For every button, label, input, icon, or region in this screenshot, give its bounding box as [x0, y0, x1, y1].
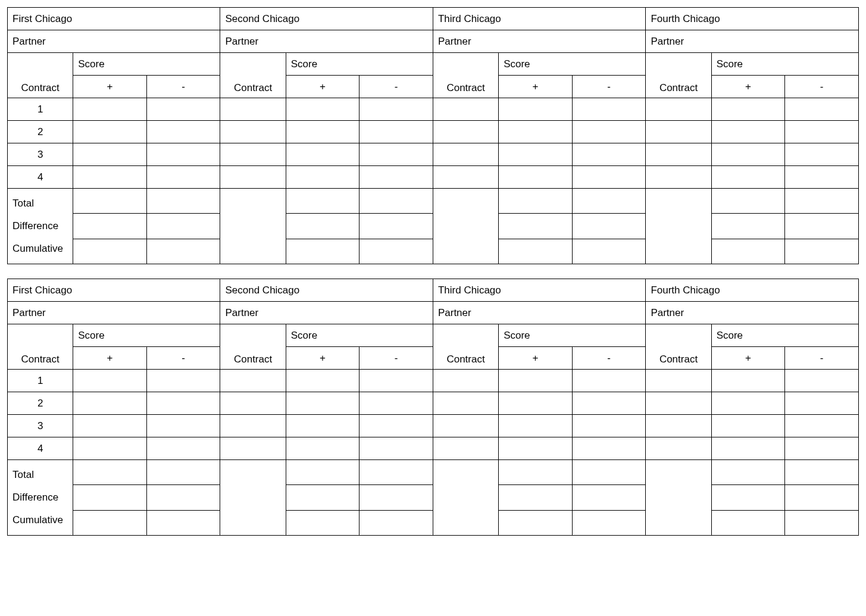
- contract-number-cell: [220, 370, 286, 392]
- contract-number-cell: 3: [8, 143, 73, 166]
- contract-number-cell: 3: [8, 415, 73, 437]
- contract-number-cell: [646, 415, 711, 437]
- score-block: First ChicagoSecond ChicagoThird Chicago…: [7, 7, 859, 264]
- summary-blank-cell: [220, 460, 286, 536]
- score-minus-cell: [359, 121, 433, 143]
- difference-plus-cell: [286, 485, 359, 510]
- chicago-score-table: First ChicagoSecond ChicagoThird Chicago…: [7, 279, 859, 536]
- score-header: Score: [73, 53, 220, 76]
- score-plus-cell: [499, 437, 573, 460]
- score-minus-cell: [146, 392, 220, 415]
- contract-number-cell: 2: [8, 121, 73, 143]
- score-plus-cell: [73, 143, 147, 166]
- score-plus-cell: [711, 98, 785, 121]
- panel-title: First Chicago: [8, 279, 220, 302]
- score-plus-cell: [286, 166, 359, 189]
- contract-number-cell: [433, 392, 498, 415]
- score-header: Score: [286, 324, 433, 347]
- difference-plus-cell: [499, 485, 573, 510]
- contract-number-cell: [220, 415, 286, 437]
- score-plus-cell: [73, 392, 147, 415]
- contract-number-cell: [646, 392, 711, 415]
- total-minus-cell: [146, 460, 220, 485]
- cumulative-plus-cell: [711, 510, 785, 535]
- total-plus-cell: [286, 189, 359, 214]
- score-minus-cell: [146, 437, 220, 460]
- contract-number-cell: [433, 370, 498, 392]
- plus-header: +: [73, 347, 147, 370]
- contract-number-cell: 1: [8, 98, 73, 121]
- cumulative-plus-cell: [73, 510, 147, 535]
- cumulative-minus-cell: [785, 510, 859, 535]
- contract-header: Contract: [220, 53, 286, 98]
- score-plus-cell: [73, 415, 147, 437]
- difference-plus-cell: [711, 214, 785, 239]
- difference-plus-cell: [286, 214, 359, 239]
- cumulative-minus-cell: [146, 239, 220, 264]
- score-header: Score: [73, 324, 220, 347]
- partner-label: Partner: [646, 30, 859, 53]
- cumulative-minus-cell: [572, 239, 646, 264]
- difference-plus-cell: [711, 485, 785, 510]
- cumulative-plus-cell: [286, 510, 359, 535]
- minus-header: -: [785, 347, 859, 370]
- difference-minus-cell: [146, 214, 220, 239]
- score-plus-cell: [286, 98, 359, 121]
- score-minus-cell: [359, 392, 433, 415]
- score-minus-cell: [146, 98, 220, 121]
- summary-blank-cell: [646, 189, 711, 264]
- score-minus-cell: [146, 370, 220, 392]
- contract-header: Contract: [646, 53, 711, 98]
- score-minus-cell: [146, 143, 220, 166]
- total-plus-cell: [499, 189, 573, 214]
- contract-number-cell: [646, 166, 711, 189]
- cumulative-label: Cumulative: [12, 509, 68, 531]
- score-minus-cell: [785, 166, 859, 189]
- score-plus-cell: [711, 415, 785, 437]
- score-minus-cell: [359, 143, 433, 166]
- cumulative-minus-cell: [359, 239, 433, 264]
- score-plus-cell: [73, 437, 147, 460]
- minus-header: -: [359, 347, 433, 370]
- contract-number-cell: [433, 143, 498, 166]
- partner-label: Partner: [220, 302, 433, 324]
- contract-number-cell: [433, 437, 498, 460]
- score-plus-cell: [286, 370, 359, 392]
- score-plus-cell: [499, 121, 573, 143]
- difference-minus-cell: [785, 485, 859, 510]
- cumulative-label: Cumulative: [12, 237, 68, 260]
- panel-title: First Chicago: [8, 8, 220, 30]
- contract-header: Contract: [646, 324, 711, 370]
- score-plus-cell: [73, 121, 147, 143]
- cumulative-plus-cell: [286, 239, 359, 264]
- panel-title: Third Chicago: [433, 8, 645, 30]
- score-plus-cell: [499, 143, 573, 166]
- summary-blank-cell: [220, 189, 286, 264]
- total-minus-cell: [572, 460, 646, 485]
- contract-number-cell: 2: [8, 392, 73, 415]
- total-plus-cell: [286, 460, 359, 485]
- total-label: Total: [12, 192, 68, 215]
- difference-minus-cell: [359, 214, 433, 239]
- score-minus-cell: [785, 370, 859, 392]
- total-minus-cell: [572, 189, 646, 214]
- partner-label: Partner: [646, 302, 859, 324]
- minus-header: -: [572, 76, 646, 98]
- difference-label: Difference: [12, 486, 68, 509]
- partner-label: Partner: [433, 302, 645, 324]
- contract-number-cell: [220, 166, 286, 189]
- plus-header: +: [286, 76, 359, 98]
- score-header: Score: [286, 53, 433, 76]
- total-label: Total: [12, 464, 68, 486]
- difference-minus-cell: [146, 485, 220, 510]
- summary-blank-cell: [433, 460, 498, 536]
- score-minus-cell: [785, 437, 859, 460]
- difference-minus-cell: [785, 214, 859, 239]
- plus-header: +: [286, 347, 359, 370]
- contract-number-cell: [646, 437, 711, 460]
- difference-label: Difference: [12, 215, 68, 237]
- score-minus-cell: [359, 437, 433, 460]
- score-plus-cell: [499, 166, 573, 189]
- minus-header: -: [359, 76, 433, 98]
- total-plus-cell: [73, 189, 147, 214]
